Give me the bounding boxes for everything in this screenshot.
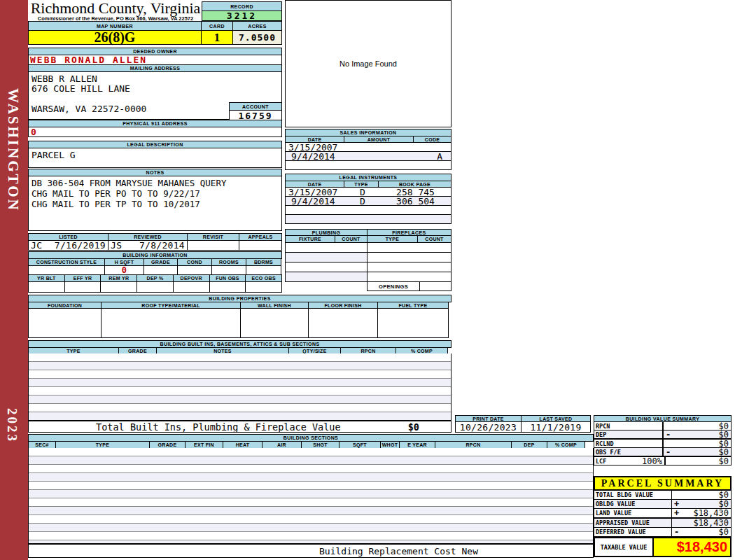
property-record-card: WASHINGTON 2023 Richmond County, Virgini…: [0, 0, 735, 560]
total-bldg-value: $0: [674, 490, 731, 500]
card-label: CARD: [201, 21, 233, 31]
openings-row: OPENINGS: [367, 281, 451, 291]
rem-yr-value: [100, 281, 137, 293]
bdrms-value: [246, 265, 281, 275]
physical-911-value: 0: [28, 127, 282, 137]
obldg-value: $0: [679, 499, 731, 509]
taxable-label: TAXABLE VALUE: [595, 538, 654, 556]
taxable-value: $18,430: [654, 538, 730, 556]
parcel-summary-title: PARCEL SUMMARY: [594, 476, 732, 491]
openings-value: [419, 281, 451, 291]
bvs-lcf-label: LCF: [596, 458, 606, 465]
bvs-lcf-pct: 100%: [642, 456, 662, 466]
plumbing-row-empty: [285, 262, 368, 272]
reviewed-value: JS7/8/2014: [108, 240, 188, 251]
grade-value: [144, 265, 178, 275]
deeded-owner-name: WEBB RONALD ALLEN: [28, 55, 282, 65]
fun-obs-value: [209, 281, 246, 293]
plumbing-row-empty: [285, 272, 368, 282]
bvs-rpcn-label: RPCN: [594, 422, 664, 430]
wall-finish-value: [240, 308, 309, 338]
parcel-row: LAND VALUE + $18,430: [594, 508, 732, 518]
acres-label: ACRES: [232, 21, 282, 31]
note-line: DB 306-504 FROM MARYSUE MAHANES QUERY: [31, 178, 281, 188]
building-sections-empty-rows: [28, 448, 594, 544]
mailing-address-box: WEBB R ALLEN 676 COLE HILL LANE WARSAW, …: [28, 71, 282, 120]
parcel-op: +: [672, 508, 679, 518]
bvs-obs-value: $0: [671, 447, 731, 457]
replacement-cost-text: Building Replacement Cost New: [29, 546, 478, 556]
parcel-op: +: [672, 499, 679, 509]
parcel-summary: PARCEL SUMMARY TOTAL BLDG VALUE $0 OBLDG…: [594, 476, 732, 557]
bvs-row: OBS F/E - $0: [594, 447, 732, 456]
print-value-row: 10/26/2023 11/1/2019: [455, 421, 592, 433]
record-label: RECORD: [202, 1, 282, 11]
building-info-values2: [28, 281, 282, 293]
construction-style-value: [28, 265, 105, 275]
bvs-dep-value: $0: [671, 430, 731, 440]
parcel-row: APPRAISED VALUE $18,430: [594, 517, 732, 528]
district-name: WASHINGTON: [4, 88, 22, 212]
land-value: $18,430: [679, 508, 731, 518]
plumbing-row-empty: [285, 242, 368, 253]
photo-panel: No Image Found: [285, 0, 451, 127]
notes-box: DB 306-504 FROM MARYSUE MAHANES QUERY CH…: [28, 176, 282, 231]
legal-description-value: PARCEL G: [31, 150, 76, 160]
reviewed-by: JS: [111, 240, 122, 251]
revisit-value: [187, 240, 239, 251]
bvs-dep-label: DEP: [594, 430, 664, 438]
card-value: 1: [201, 30, 233, 45]
sales-row: 9/4/2014 A: [285, 151, 451, 161]
mailing-line2: 676 COLE HILL LANE: [31, 83, 130, 94]
plumbing-row-empty: [285, 252, 368, 262]
note-line: CHG MAIL TO PER PO TO TO 9/22/17: [31, 188, 281, 199]
map-number-value: 26(8)G: [28, 30, 202, 45]
openings-label: OPENINGS: [367, 281, 420, 291]
county-header: Richmond County, Virginia Commissioner o…: [29, 1, 202, 22]
print-date-value: 10/26/2023: [455, 421, 522, 433]
note-line: CHG MAIL TO PER TP TO TO 10/2017: [31, 199, 281, 209]
eco-obs-value: [245, 281, 282, 293]
parcel-op: -: [672, 527, 679, 537]
listed-by: JC: [31, 240, 42, 251]
review-value-row: JC7/16/2019 JS7/8/2014: [28, 240, 282, 251]
built-ins-total-row: Total Built Ins, Plumbing & Fireplace Va…: [28, 421, 451, 433]
obldg-label: OBLDG VALUE: [594, 500, 672, 508]
building-sections-footer: Building Replacement Cost New: [28, 544, 594, 558]
parcel-row: TOTAL BLDG VALUE $0: [594, 490, 732, 500]
bvs-op: -: [664, 430, 671, 440]
built-ins-empty-rows: [28, 354, 451, 421]
bvs-obs-label: OBS F/E: [594, 448, 664, 456]
eff-yr-value: [64, 281, 102, 293]
roof-type-value: [101, 308, 241, 338]
sidebar: WASHINGTON 2023: [0, 0, 28, 560]
cond-value: [177, 265, 212, 275]
listed-date: 7/16/2019: [55, 240, 106, 251]
taxable-row: TAXABLE VALUE $18,430: [594, 537, 732, 557]
building-properties-values: [28, 308, 451, 338]
building-info-values1: 0: [28, 265, 282, 275]
bvs-lcf-value: $0: [668, 456, 731, 466]
bvs-rclnd-label: RCLND: [594, 440, 664, 447]
foundation-value: [28, 308, 102, 338]
record-value: 3212: [202, 10, 282, 21]
appeals-value: [239, 240, 282, 251]
bvs-lcf-label-cell: LCF 100%: [594, 457, 666, 465]
last-saved-value: 11/1/2019: [521, 421, 591, 433]
mailing-line3: WARSAW, VA 22572-0000: [31, 104, 146, 114]
deferred-label: DEFERRED VALUE: [594, 528, 672, 536]
bvs-row: DEP - $0: [594, 430, 732, 439]
acres-value: 7.0500: [232, 30, 282, 45]
parcel-row: DEFERRED VALUE - $0: [594, 527, 732, 537]
fireplace-row-empty: [367, 262, 451, 272]
built-ins-total-value: $0: [408, 421, 451, 433]
depovr-value: [173, 281, 210, 293]
instrument-row: 9/4/2014 D 306 504: [285, 196, 451, 206]
rooms-value: [211, 265, 246, 275]
mailing-line1: WEBB R ALLEN: [31, 74, 97, 84]
tax-year: 2023: [4, 408, 20, 443]
instrument-row-empty: [285, 214, 451, 224]
fireplace-row-empty: [367, 252, 451, 262]
hsqft-value: 0: [104, 265, 144, 275]
floor-finish-value: [308, 308, 378, 338]
